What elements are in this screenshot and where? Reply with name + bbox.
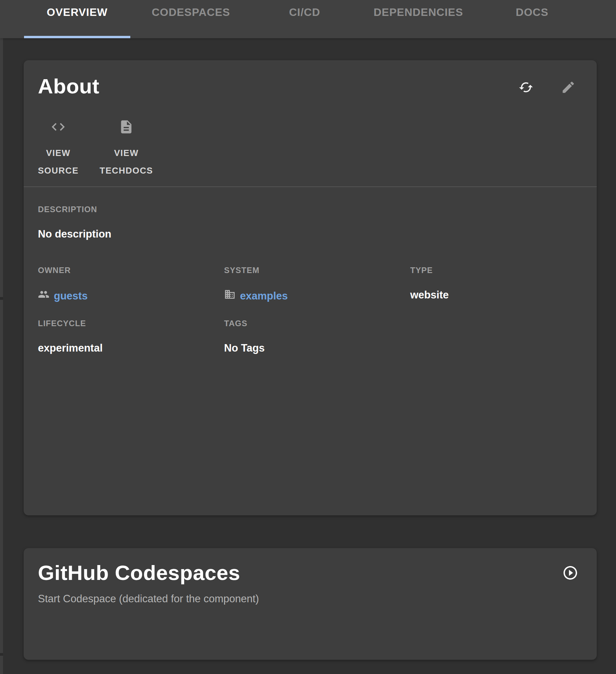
view-techdocs-link[interactable]: VIEW TECHDOCS — [100, 119, 153, 179]
about-card-links: VIEW SOURCE VIEW TECHDOCS — [38, 119, 174, 179]
tab-dependencies-label: DEPENDENCIES — [374, 5, 463, 38]
docs-icon — [118, 119, 134, 136]
tab-ci-cd[interactable]: CI/CD — [248, 0, 361, 38]
group-icon — [38, 289, 54, 303]
lifecycle-value: experimental — [38, 342, 224, 355]
owner-label: OWNER — [38, 266, 224, 275]
owner-link-label: guests — [54, 290, 88, 302]
tags-label: TAGS — [224, 319, 410, 328]
description-value: No description — [38, 228, 582, 241]
codespaces-card-subtitle: Start Codespace (dedicated for the compo… — [38, 592, 259, 606]
about-card-actions — [518, 80, 576, 96]
about-fields-row-2: LIFECYCLE experimental TAGS No Tags — [38, 319, 582, 355]
field-owner: OWNER guests — [38, 266, 224, 303]
description-label: DESCRIPTION — [38, 205, 582, 214]
edit-button[interactable] — [560, 80, 576, 96]
edit-icon — [561, 80, 576, 96]
tab-docs-label: DOCS — [516, 5, 548, 38]
active-tab-indicator — [24, 36, 130, 38]
view-techdocs-label: VIEW TECHDOCS — [100, 144, 153, 179]
entity-overview-page: OVERVIEW CODESPACES CI/CD DEPENDENCIES D… — [0, 0, 616, 674]
field-description: DESCRIPTION No description — [38, 205, 582, 241]
field-type: TYPE website — [410, 266, 582, 303]
left-panel-divider — [0, 653, 3, 656]
system-link[interactable]: examples — [224, 289, 288, 303]
left-panel-divider — [0, 297, 3, 300]
cached-icon — [519, 80, 533, 96]
field-tags: TAGS No Tags — [224, 319, 410, 355]
type-value: website — [410, 289, 582, 301]
system-label: SYSTEM — [224, 266, 410, 275]
tab-overview[interactable]: OVERVIEW — [20, 0, 134, 38]
entity-tab-bar: OVERVIEW CODESPACES CI/CD DEPENDENCIES D… — [0, 0, 616, 38]
github-codespaces-card: GitHub Codespaces Start Codespace (dedic… — [24, 548, 597, 660]
system-link-label: examples — [240, 290, 288, 302]
about-card-content: DESCRIPTION No description OWNER guests — [38, 205, 582, 355]
code-icon — [50, 119, 66, 136]
tab-codespaces-label: CODESPACES — [152, 5, 230, 38]
about-card-title: About — [38, 74, 100, 99]
type-label: TYPE — [410, 266, 582, 275]
lifecycle-label: LIFECYCLE — [38, 319, 224, 328]
field-system: SYSTEM examples — [224, 266, 410, 303]
about-card-divider — [24, 186, 597, 187]
domain-icon — [224, 289, 240, 303]
tab-codespaces[interactable]: CODESPACES — [134, 0, 248, 38]
tab-dependencies[interactable]: DEPENDENCIES — [361, 0, 475, 38]
view-source-label: VIEW SOURCE — [38, 144, 79, 179]
about-fields-row-1: OWNER guests SYSTEM — [38, 266, 582, 303]
owner-link[interactable]: guests — [38, 289, 88, 303]
field-lifecycle: LIFECYCLE experimental — [38, 319, 224, 355]
about-card: About VIEW SOURCE — [24, 60, 597, 515]
tab-overview-label: OVERVIEW — [47, 5, 108, 38]
play-circle-icon — [562, 565, 578, 582]
tab-ci-cd-label: CI/CD — [289, 5, 320, 38]
tab-docs[interactable]: DOCS — [475, 0, 589, 38]
view-source-link[interactable]: VIEW SOURCE — [38, 119, 79, 179]
start-codespace-button[interactable] — [562, 565, 578, 581]
tags-value: No Tags — [224, 342, 410, 355]
refresh-button[interactable] — [518, 80, 534, 96]
left-panel-edge — [0, 38, 3, 674]
codespaces-card-title: GitHub Codespaces — [38, 560, 240, 585]
